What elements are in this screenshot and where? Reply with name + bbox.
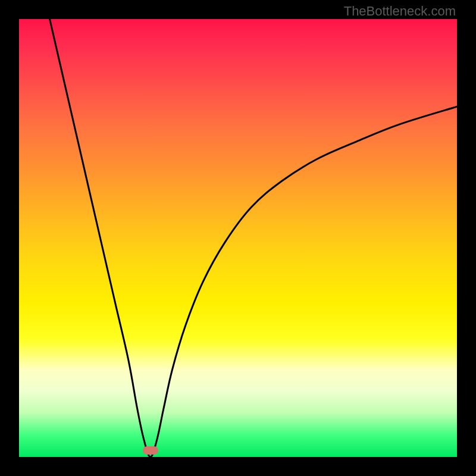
bottleneck-curve (50, 19, 457, 457)
watermark-text: TheBottleneck.com (344, 4, 456, 19)
chart-frame: TheBottleneck.com (0, 0, 476, 476)
curve-layer (19, 19, 457, 457)
optimal-marker (143, 446, 158, 455)
